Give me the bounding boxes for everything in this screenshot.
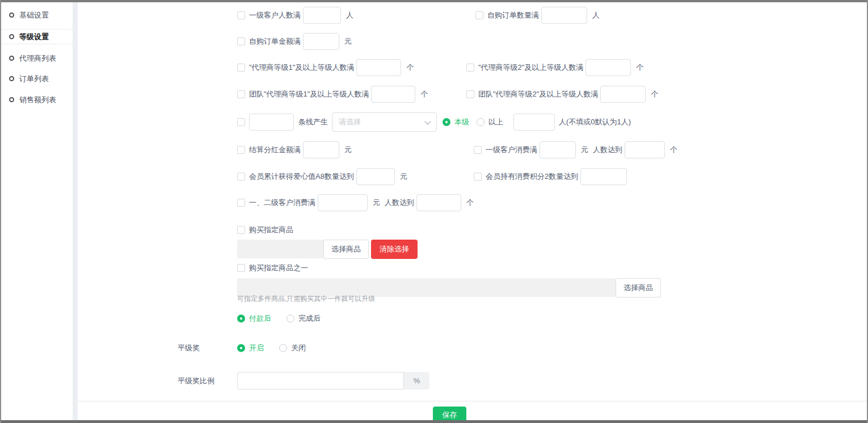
self-order-count-input[interactable] xyxy=(541,7,587,24)
count-label: 人数达到 xyxy=(385,198,414,208)
love-value-a8-checkbox[interactable] xyxy=(237,173,245,181)
condition-line-produce: 条线产生 请选择 本级 以上 人(不填或0默认为1人) xyxy=(237,112,631,132)
sidebar-item-label: 订单列表 xyxy=(19,74,49,84)
condition-level1-customer-count: 一级客户人数满 人 xyxy=(237,7,353,24)
radio-circle-icon xyxy=(9,97,14,102)
condition-consume-points2: 会员持有消费积分2数量达到 xyxy=(474,168,627,185)
unit-label: 个 xyxy=(466,198,474,208)
settings-sidebar: 基础设置 等级设置 代理商列表 订单列表 销售额列表 xyxy=(1,2,73,420)
condition-label: "代理商等级2"及以上等级人数满 xyxy=(478,62,583,73)
condition-buy-one-product: 购买指定商品之一 xyxy=(237,263,308,273)
select-product-button[interactable]: 选择商品 xyxy=(616,278,661,298)
condition-label: 自购订单金额满 xyxy=(249,36,301,47)
radio-label: 完成后 xyxy=(298,313,321,324)
after-complete-radio[interactable] xyxy=(286,315,294,323)
unit-label: 人 xyxy=(346,10,353,20)
condition-team-agent-level2-count: 团队"代理商等级2"及以上等级人数满 个 xyxy=(466,86,658,103)
team-agent-level1-count-checkbox[interactable] xyxy=(237,90,245,98)
buy-product-checkbox[interactable] xyxy=(237,226,245,234)
radio-circle-icon xyxy=(9,76,14,81)
select-placeholder: 请选择 xyxy=(339,117,361,127)
agent-level1-count-checkbox[interactable] xyxy=(237,64,245,72)
consume-points2-input[interactable] xyxy=(580,168,627,185)
footer-divider xyxy=(78,401,867,401)
condition-agent-level2-count: "代理商等级2"及以上等级人数满 个 xyxy=(466,59,643,76)
condition-label: 一、二级客户消费满 xyxy=(249,198,315,208)
self-order-amount-checkbox[interactable] xyxy=(237,37,245,45)
team-agent-level2-count-input[interactable] xyxy=(600,86,646,103)
sidebar-item-label: 销售额列表 xyxy=(19,95,56,105)
after-payment-radio[interactable] xyxy=(237,315,245,323)
condition-label: 会员持有消费积分2数量达到 xyxy=(486,171,578,182)
level1-consume-checkbox[interactable] xyxy=(474,146,482,154)
radio-circle-icon xyxy=(9,12,14,18)
line-people-count-input[interactable] xyxy=(513,114,555,131)
condition-label: 购买指定商品 xyxy=(249,225,293,235)
unit-label: 元 xyxy=(344,145,352,155)
level1-customer-count-checkbox[interactable] xyxy=(237,11,245,19)
team-agent-level1-count-input[interactable] xyxy=(371,86,415,103)
field-label: 平级奖 xyxy=(178,343,200,353)
team-agent-level2-count-checkbox[interactable] xyxy=(466,90,474,98)
peer-ratio-input[interactable] xyxy=(237,372,404,390)
sidebar-item-label: 等级设置 xyxy=(19,32,49,42)
self-order-amount-input[interactable] xyxy=(303,33,339,50)
window-frame-bottom xyxy=(0,420,868,423)
level12-consume-amount-input[interactable] xyxy=(318,194,368,211)
window-frame-top xyxy=(0,0,868,2)
clear-selection-button[interactable]: 清除选择 xyxy=(371,240,418,259)
select-product-button[interactable]: 选择商品 xyxy=(323,240,369,259)
line-current-level-radio[interactable] xyxy=(443,118,450,126)
condition-label: 团队"代理商等级2"及以上等级人数满 xyxy=(478,89,598,99)
sidebar-item-label: 代理商列表 xyxy=(19,53,56,64)
unit-label: 个 xyxy=(670,145,677,155)
condition-label: 一级客户人数满 xyxy=(249,10,301,20)
love-value-a8-input[interactable] xyxy=(356,168,395,185)
sidebar-item-order-list[interactable]: 订单列表 xyxy=(1,71,73,86)
peer-award-group: 开启 关闭 xyxy=(237,343,306,353)
agent-level2-count-checkbox[interactable] xyxy=(466,64,474,72)
level12-consume-count-input[interactable] xyxy=(416,194,461,211)
condition-self-order-amount: 自购订单金额满 元 xyxy=(237,33,352,50)
sidebar-item-basic-settings[interactable]: 基础设置 xyxy=(1,7,73,23)
condition-label: 购买指定商品之一 xyxy=(249,263,308,273)
agent-level2-count-input[interactable] xyxy=(585,59,631,76)
condition-love-value-a8: 会员累计获得爱心值A8数量达到 元 xyxy=(237,168,407,185)
condition-label: 自购订单数量满 xyxy=(487,10,539,20)
line-above-level-radio[interactable] xyxy=(477,118,484,126)
line-produce-checkbox[interactable] xyxy=(237,118,245,126)
radio-label: 关闭 xyxy=(291,343,306,353)
buy-one-product-checkbox[interactable] xyxy=(237,264,245,272)
unit-label: 元 xyxy=(344,36,352,47)
condition-label: 团队"代理商等级1"及以上等级人数满 xyxy=(249,89,369,99)
consume-points2-checkbox[interactable] xyxy=(474,173,482,181)
level1-consume-count-input[interactable] xyxy=(625,141,665,158)
level1-customer-count-input[interactable] xyxy=(303,7,341,24)
unit-label: 个 xyxy=(420,89,428,99)
unit-label: 个 xyxy=(636,62,643,73)
chevron-down-icon xyxy=(424,118,431,124)
unit-label: 个 xyxy=(651,89,658,99)
line-level-select[interactable]: 请选择 xyxy=(332,112,437,132)
dividend-amount-input[interactable] xyxy=(303,141,339,158)
unit-label: 元 xyxy=(581,145,588,155)
buy-one-product-hint-row: 可指定多件商品,只需购买其中一件就可以升级 xyxy=(237,294,375,303)
self-order-count-checkbox[interactable] xyxy=(475,11,483,19)
peer-award-on-radio[interactable] xyxy=(237,344,245,352)
peer-ratio-field: % xyxy=(237,372,429,390)
selected-product-display xyxy=(237,240,323,258)
count-label: 人数达到 xyxy=(593,145,622,155)
condition-self-order-count: 自购订单数量满 人 xyxy=(475,7,600,24)
hint-text: 可指定多件商品,只需购买其中一件就可以升级 xyxy=(237,294,375,304)
agent-level1-count-input[interactable] xyxy=(356,59,401,76)
line-count-input[interactable] xyxy=(249,114,294,131)
sidebar-item-agent-list[interactable]: 代理商列表 xyxy=(1,51,73,66)
level12-consume-checkbox[interactable] xyxy=(237,199,245,207)
condition-level12-consume: 一、二级客户消费满 元 人数达到 个 xyxy=(237,194,474,211)
level1-consume-amount-input[interactable] xyxy=(540,141,576,158)
sidebar-item-level-settings[interactable]: 等级设置 xyxy=(1,29,73,44)
dividend-amount-checkbox[interactable] xyxy=(237,146,245,154)
sidebar-item-sales-list[interactable]: 销售额列表 xyxy=(1,92,73,107)
condition-level1-consume: 一级客户消费满 元 人数达到 个 xyxy=(474,141,677,158)
peer-award-off-radio[interactable] xyxy=(279,344,287,352)
